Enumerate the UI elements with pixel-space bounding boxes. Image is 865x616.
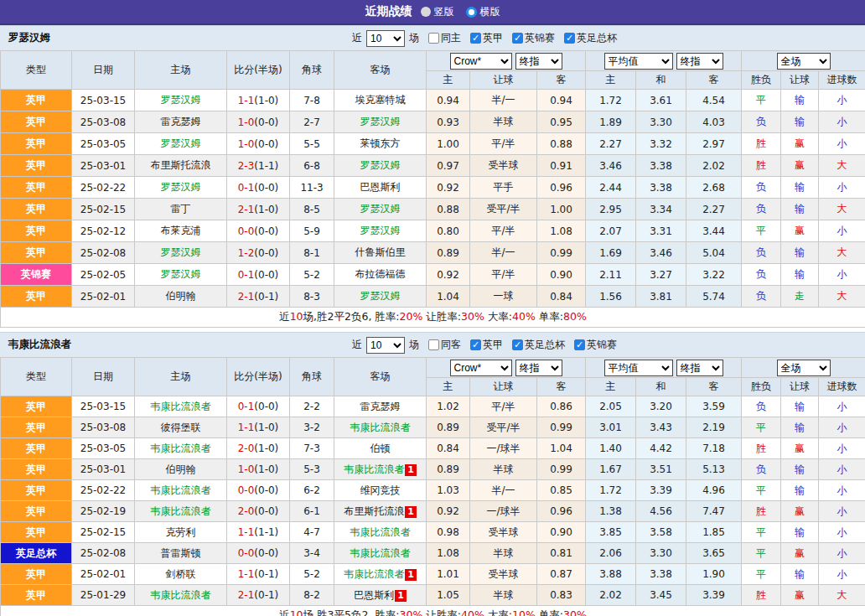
result-goals-over-under: 小 <box>819 220 865 242</box>
away-team: 罗瑟汉姆 <box>334 220 427 242</box>
corner-score: 2-7 <box>290 111 334 133</box>
score-cell: 1-2(0-0) <box>227 242 290 264</box>
scope-select[interactable]: 全场 <box>777 53 831 70</box>
average-time-select[interactable]: 终指 <box>676 53 723 70</box>
score-cell: 1-0(0-0) <box>227 133 290 155</box>
filter-checkbox-英甲[interactable]: ✓英甲 <box>470 338 503 352</box>
avg-odds-home: 2.27 <box>586 133 636 155</box>
filter-checkbox-英锦赛[interactable]: ✓英锦赛 <box>512 31 555 45</box>
odds-home: 0.89 <box>427 417 470 438</box>
bookmaker-select[interactable]: Crow* <box>450 360 512 376</box>
filter-checkbox-英足总杯[interactable]: ✓英足总杯 <box>512 338 565 352</box>
unchecked-checkbox-icon[interactable] <box>428 339 439 350</box>
result-handicap: 输 <box>781 242 819 264</box>
average-select[interactable]: 平均值 <box>604 360 673 376</box>
radio-horizontal-layout[interactable]: 横版 <box>466 5 500 19</box>
result-handicap: 赢 <box>781 220 819 242</box>
match-date: 25-02-01 <box>72 564 135 585</box>
checked-checkbox-icon[interactable]: ✓ <box>512 33 523 44</box>
away-team: 维冈竞技 <box>334 480 427 501</box>
competition-type-badge: 英甲 <box>1 199 72 220</box>
radio-unselected-icon[interactable] <box>421 7 431 17</box>
odds-handicap-line: 平/半 <box>470 264 537 286</box>
odds-handicap-line: 受半球 <box>470 155 537 177</box>
home-team: 韦康比流浪者 <box>135 396 227 417</box>
scope-select[interactable]: 全场 <box>777 360 831 376</box>
result-win-draw-lose: 负 <box>742 242 781 264</box>
odds-away: 0.94 <box>537 90 586 111</box>
odds-home: 1.08 <box>427 543 470 564</box>
average-time-select[interactable]: 终指 <box>676 360 723 376</box>
score-cell: 1-0(1-0) <box>227 459 290 480</box>
odds-handicap-line: 受平/半 <box>470 199 537 220</box>
odds-time-select[interactable]: 终指 <box>515 360 562 376</box>
checked-checkbox-icon[interactable]: ✓ <box>564 33 575 44</box>
result-goals-over-under: 小 <box>819 133 865 155</box>
result-handicap: 输 <box>781 90 819 111</box>
odds-home: 1.03 <box>427 480 470 501</box>
fulltime-score: 0-1 <box>238 182 255 194</box>
near-label: 近 <box>352 338 362 352</box>
score-cell: 0-0(0-0) <box>227 543 290 564</box>
checked-checkbox-icon[interactable]: ✓ <box>470 33 481 44</box>
away-team: 罗瑟汉姆 <box>334 286 427 308</box>
team-name: 韦康比流浪者 <box>0 338 251 352</box>
odds-handicap-line: 半/一 <box>470 242 537 264</box>
halftime-score: (0-0) <box>254 505 278 517</box>
average-odds-group: 平均值终指 <box>586 358 742 378</box>
result-handicap: 赢 <box>781 501 819 522</box>
radio-selected-icon[interactable] <box>466 7 477 18</box>
halftime-score: (0-1) <box>254 291 278 303</box>
filter-checkbox-同客[interactable]: 同客 <box>428 338 461 352</box>
odds-time-select[interactable]: 终指 <box>515 53 562 70</box>
match-row: 英甲25-02-22罗瑟汉姆0-1(0-0)11-3巴恩斯利0.92平手0.96… <box>1 177 865 199</box>
match-date: 25-02-08 <box>72 242 135 264</box>
avg-odds-draw: 3.58 <box>636 522 686 543</box>
home-team: 伯明翰 <box>135 286 227 308</box>
odds-away: 1.04 <box>537 438 586 459</box>
avg-odds-away: 4.54 <box>686 90 742 111</box>
result-goals-over-under: 大 <box>819 585 865 606</box>
filter-checkbox-同主[interactable]: 同主 <box>428 31 461 45</box>
result-goals-over-under: 小 <box>819 522 865 543</box>
sub-column-header-8: 进球数 <box>819 378 865 396</box>
bookmaker-select[interactable]: Crow* <box>450 53 512 70</box>
match-count-select[interactable]: 10 <box>366 337 405 354</box>
summary-text: 近10场,胜2平2负6, 胜率:20% 让胜率:30% 大率:40% 单率:80… <box>1 308 865 328</box>
odds-home: 0.94 <box>427 90 470 111</box>
average-select[interactable]: 平均值 <box>604 53 673 70</box>
away-team: 雷克瑟姆 <box>334 396 427 417</box>
odds-handicap-line: 平/半 <box>470 133 537 155</box>
avg-odds-home: 2.11 <box>586 264 636 286</box>
match-date: 25-03-08 <box>72 417 135 438</box>
result-win-draw-lose: 平 <box>742 564 781 585</box>
filter-checkbox-英甲[interactable]: ✓英甲 <box>470 31 503 45</box>
checked-checkbox-icon[interactable]: ✓ <box>574 339 585 350</box>
odds-away: 0.88 <box>537 133 586 155</box>
match-row: 英甲25-01-29韦康比流浪者2-1(0-1)8-2巴恩斯利11.05半球0.… <box>1 585 865 606</box>
checked-checkbox-icon[interactable]: ✓ <box>512 339 523 350</box>
sub-column-header-1: 让球 <box>470 378 537 396</box>
avg-odds-draw: 3.43 <box>636 417 686 438</box>
match-date: 25-02-15 <box>72 199 135 220</box>
radio-vertical-layout[interactable]: 竖版 <box>421 5 454 19</box>
checkbox-label: 英甲 <box>483 31 503 45</box>
avg-odds-away: 3.39 <box>686 585 742 606</box>
sub-column-header-0: 主 <box>427 378 470 396</box>
halftime-score: (0-0) <box>254 182 278 194</box>
avg-odds-draw: 3.32 <box>636 133 686 155</box>
avg-odds-home: 2.05 <box>586 396 636 417</box>
avg-odds-home: 1.89 <box>586 111 636 133</box>
halftime-score: (1-0) <box>254 463 278 475</box>
away-team: 罗瑟汉姆 <box>334 155 427 177</box>
unchecked-checkbox-icon[interactable] <box>428 33 439 44</box>
competition-type-badge: 英甲 <box>1 111 72 133</box>
result-handicap: 走 <box>781 286 819 308</box>
score-cell: 2-1(1-0) <box>227 199 290 220</box>
avg-odds-draw: 4.42 <box>636 438 686 459</box>
avg-odds-away: 2.68 <box>686 177 742 199</box>
match-count-select[interactable]: 10 <box>366 30 405 47</box>
filter-checkbox-英锦赛[interactable]: ✓英锦赛 <box>574 338 617 352</box>
filter-checkbox-英足总杯[interactable]: ✓英足总杯 <box>564 31 617 45</box>
checked-checkbox-icon[interactable]: ✓ <box>470 339 481 350</box>
